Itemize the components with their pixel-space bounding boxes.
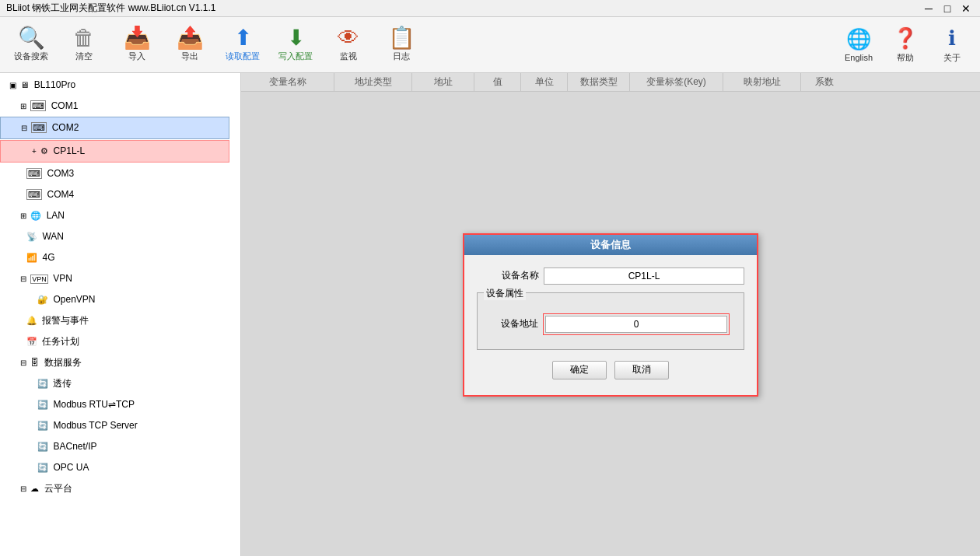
sidebar-item-bl110pro[interactable]: ▣ 🖥 BL110Pro bbox=[0, 75, 229, 96]
sidebar-item-cp1l-l[interactable]: + ⚙ CP1L-L bbox=[0, 140, 229, 163]
log-button[interactable]: 📋 日志 bbox=[376, 21, 426, 69]
sidebar-item-trans[interactable]: 🔄 透传 bbox=[0, 373, 229, 394]
sidebar-item-com2[interactable]: ⊟ ⌨ COM2 bbox=[0, 117, 229, 139]
clear-icon: 🗑 bbox=[73, 27, 95, 49]
log-label: 日志 bbox=[393, 51, 410, 62]
sidebar-item-opc-ua[interactable]: 🔄 OPC UA bbox=[0, 457, 229, 478]
expand-lan-icon: ⊞ bbox=[20, 212, 26, 220]
clear-button[interactable]: 🗑 清空 bbox=[59, 21, 109, 69]
sidebar-item-com3[interactable]: ⌨ COM3 bbox=[0, 163, 229, 184]
sidebar-item-modbus-tcp-label: Modbus TCP Server bbox=[53, 420, 137, 431]
modbus-rtu-tree-icon: 🔄 bbox=[37, 400, 48, 409]
content-area: 变量名称 地址类型 地址 值 单位 数据类型 变量标签(Key) 映射地址 bbox=[241, 73, 980, 556]
sidebar-item-vpn[interactable]: ⊟ VPN VPN bbox=[0, 268, 229, 289]
confirm-button[interactable]: 确定 bbox=[552, 361, 607, 379]
sidebar-item-openvpn[interactable]: 🔐 OpenVPN bbox=[0, 289, 229, 310]
toolbar: 🔍 设备搜索 🗑 清空 📥 导入 📤 导出 ⬆ 读取配置 ⬇ 写入配置 👁 监视… bbox=[0, 17, 980, 73]
expand-data-service-icon: ⊟ bbox=[20, 358, 26, 367]
sidebar-item-cloud[interactable]: ⊟ ☁ 云平台 bbox=[0, 478, 229, 499]
english-label: English bbox=[845, 53, 873, 62]
monitor-icon: 👁 bbox=[338, 27, 359, 49]
sidebar-item-com2-label: COM2 bbox=[52, 122, 79, 133]
minimize-button[interactable]: ─ bbox=[921, 1, 936, 16]
titlebar: BLiiot 钢铁工业网关配置软件 www.BLiiot.cn V1.1.1 ─… bbox=[0, 0, 980, 17]
sidebar-item-task[interactable]: 📅 任务计划 bbox=[0, 331, 229, 352]
device-name-input[interactable] bbox=[544, 268, 744, 285]
log-icon: 📋 bbox=[388, 27, 415, 49]
about-button[interactable]: ℹ 关于 bbox=[930, 21, 974, 69]
app-title: BLiiot 钢铁工业网关配置软件 www.BLiiot.cn V1.1.1 bbox=[6, 2, 215, 15]
sidebar-item-com1-label: COM1 bbox=[51, 100, 79, 111]
sidebar-item-trans-label: 透传 bbox=[53, 378, 72, 389]
import-button[interactable]: 📥 导入 bbox=[112, 21, 162, 69]
expand-modbus-tcp-icon bbox=[31, 421, 33, 430]
wan-tree-icon: 📡 bbox=[26, 232, 37, 241]
expand-com4-icon bbox=[20, 191, 23, 199]
sidebar-item-task-label: 任务计划 bbox=[42, 336, 79, 347]
sidebar-item-alarm[interactable]: 🔔 报警与事件 bbox=[0, 310, 229, 331]
trans-tree-icon: 🔄 bbox=[37, 379, 48, 388]
window-controls[interactable]: ─ □ ✕ bbox=[921, 1, 974, 16]
device-search-label: 设备搜索 bbox=[14, 51, 48, 62]
export-label: 导出 bbox=[181, 51, 198, 62]
sidebar-item-com4-label: COM4 bbox=[47, 189, 74, 200]
device-addr-row: 设备地址 bbox=[492, 313, 730, 335]
english-icon: 🌐 bbox=[846, 27, 871, 51]
expand-opc-ua-icon bbox=[31, 463, 33, 472]
sidebar-item-data-service[interactable]: ⊟ 🗄 数据服务 bbox=[0, 352, 229, 373]
modbus-tcp-tree-icon: 🔄 bbox=[37, 421, 48, 430]
cp1ll-tree-icon: ⚙ bbox=[40, 146, 48, 156]
import-icon: 📥 bbox=[124, 27, 151, 49]
export-button[interactable]: 📤 导出 bbox=[165, 21, 215, 69]
maximize-button[interactable]: □ bbox=[940, 1, 955, 16]
expand-4g-icon bbox=[20, 254, 23, 262]
sidebar-item-vpn-label: VPN bbox=[53, 273, 72, 284]
sidebar-item-com3-label: COM3 bbox=[47, 168, 74, 179]
device-search-button[interactable]: 🔍 设备搜索 bbox=[6, 21, 56, 69]
expand-task-icon bbox=[20, 337, 23, 346]
sidebar-item-lan[interactable]: ⊞ 🌐 LAN bbox=[0, 205, 229, 226]
sidebar-item-modbus-rtu[interactable]: 🔄 Modbus RTU⇌TCP bbox=[0, 394, 229, 415]
expand-modbus-rtu-icon bbox=[31, 400, 33, 409]
sidebar-item-opc-ua-label: OPC UA bbox=[53, 462, 89, 473]
write-config-button[interactable]: ⬇ 写入配置 bbox=[271, 21, 320, 69]
sidebar-item-wan[interactable]: 📡 WAN bbox=[0, 226, 229, 247]
device-info-dialog: 设备信息 设备名称 设备属性 设备地址 bbox=[463, 233, 758, 397]
bacnet-tree-icon: 🔄 bbox=[37, 442, 48, 451]
data-service-tree-icon: 🗄 bbox=[30, 358, 39, 367]
monitor-button[interactable]: 👁 监视 bbox=[324, 21, 373, 69]
sidebar-item-4g-label: 4G bbox=[42, 252, 54, 263]
sidebar-item-alarm-label: 报警与事件 bbox=[42, 315, 89, 326]
expand-openvpn-icon bbox=[31, 295, 33, 304]
4g-tree-icon: 📶 bbox=[26, 253, 37, 262]
sidebar-item-com1[interactable]: ⊞ ⌨ COM1 bbox=[0, 96, 229, 117]
sidebar-item-modbus-tcp[interactable]: 🔄 Modbus TCP Server bbox=[0, 415, 229, 436]
device-addr-input[interactable] bbox=[545, 316, 727, 333]
expand-trans-icon bbox=[31, 379, 33, 388]
expand-com3-icon bbox=[20, 170, 23, 178]
monitor-label: 监视 bbox=[340, 51, 357, 62]
expand-vpn-icon: ⊟ bbox=[20, 275, 26, 283]
sidebar-item-com4[interactable]: ⌨ COM4 bbox=[0, 184, 229, 205]
about-icon: ℹ bbox=[948, 26, 956, 51]
com4-tree-icon: ⌨ bbox=[26, 189, 42, 200]
device-addr-input-wrapper bbox=[543, 313, 730, 335]
device-props-section: 设备属性 设备地址 bbox=[477, 292, 744, 350]
main-area: ▣ 🖥 BL110Pro ⊞ ⌨ COM1 ⊟ ⌨ COM2 + ⚙ CP1L-… bbox=[0, 73, 980, 556]
toolbar-right: 🌐 English ❓ 帮助 ℹ 关于 bbox=[837, 21, 974, 69]
sidebar-item-4g[interactable]: 📶 4G bbox=[0, 247, 229, 268]
sidebar-item-lan-label: LAN bbox=[47, 210, 65, 221]
help-button[interactable]: ❓ 帮助 bbox=[884, 21, 927, 69]
export-icon: 📤 bbox=[177, 27, 204, 49]
close-button[interactable]: ✕ bbox=[958, 1, 974, 16]
dialog-titlebar: 设备信息 bbox=[464, 235, 757, 255]
com2-tree-icon: ⌨ bbox=[31, 122, 47, 133]
sidebar: ▣ 🖥 BL110Pro ⊞ ⌨ COM1 ⊟ ⌨ COM2 + ⚙ CP1L-… bbox=[0, 73, 241, 556]
read-config-button[interactable]: ⬆ 读取配置 bbox=[218, 21, 268, 69]
english-button[interactable]: 🌐 English bbox=[837, 21, 880, 69]
sidebar-item-bacnet[interactable]: 🔄 BACnet/IP bbox=[0, 436, 229, 457]
read-icon: ⬆ bbox=[234, 27, 252, 49]
cancel-button[interactable]: 取消 bbox=[614, 361, 669, 379]
bl110pro-tree-icon: 🖥 bbox=[20, 80, 29, 89]
search-icon: 🔍 bbox=[18, 27, 45, 49]
